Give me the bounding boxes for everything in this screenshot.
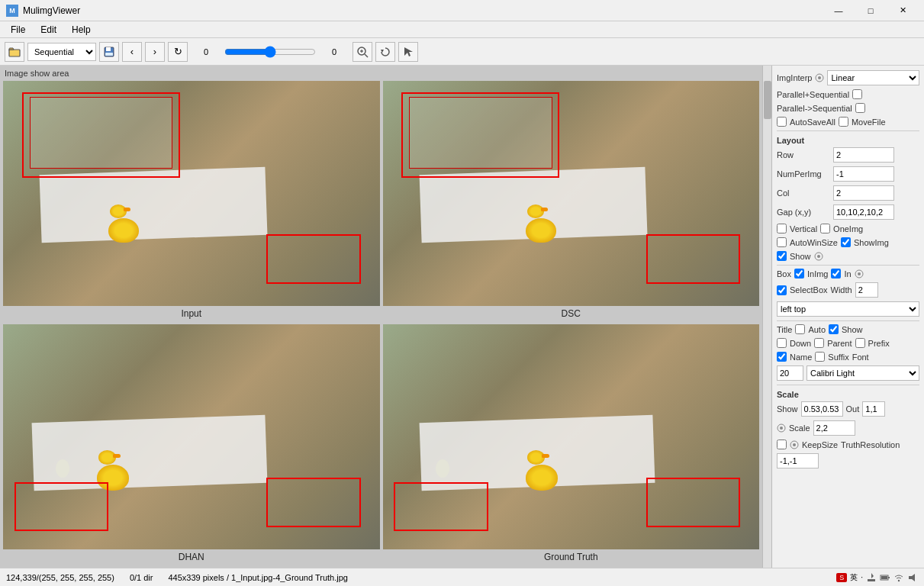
col-input[interactable] (833, 185, 894, 201)
status-coords: 124,339/(255, 255, 255, 255) (6, 573, 114, 582)
show-img-checkbox[interactable] (841, 237, 851, 247)
svg-rect-23 (881, 576, 887, 579)
menu-file[interactable]: File (3, 23, 33, 37)
minimize-button[interactable]: — (823, 3, 854, 18)
select-box-row: SelectBox Width (777, 282, 919, 298)
prefix-checkbox[interactable] (855, 338, 865, 348)
reset-button[interactable] (375, 42, 395, 62)
open-folder-button[interactable] (5, 42, 24, 62)
name-checkbox[interactable] (777, 352, 787, 362)
svg-point-15 (858, 272, 861, 275)
name-label: Name (790, 353, 812, 362)
auto-save-all-label: AutoSaveAll (790, 118, 835, 127)
suffix-checkbox[interactable] (815, 352, 825, 362)
font-name-select[interactable]: Calibri Light (806, 365, 919, 381)
slider-right-value: 0 (319, 47, 349, 56)
image-cell-dhan: DHAN (3, 324, 380, 565)
image-canvas-dsc[interactable] (383, 81, 760, 306)
refresh-button[interactable]: ↻ (168, 42, 188, 62)
svg-point-25 (898, 579, 900, 581)
img-interp-label: ImgInterp (777, 73, 812, 82)
cursor-button[interactable] (398, 42, 418, 62)
next-button[interactable]: › (145, 42, 165, 62)
slider-left-value: 0 (191, 47, 221, 56)
menu-help[interactable]: Help (64, 23, 98, 37)
font-size-input[interactable] (777, 365, 803, 381)
num-per-img-label: NumPerImg (777, 169, 830, 179)
svg-rect-20 (868, 579, 875, 581)
in-checkbox[interactable] (831, 269, 841, 279)
scale-value-input[interactable] (813, 420, 855, 436)
parallel-to-sequential-checkbox[interactable] (855, 103, 865, 113)
auto-save-all-checkbox[interactable] (777, 117, 787, 127)
keep-size-checkbox[interactable] (777, 440, 787, 449)
in-img-checkbox[interactable] (794, 269, 804, 279)
menu-edit[interactable]: Edit (33, 23, 64, 37)
num-per-img-row: NumPerImg (777, 166, 919, 182)
neg-value-input[interactable] (777, 453, 819, 468)
show-row: Show (777, 251, 919, 261)
move-file-checkbox[interactable] (839, 117, 848, 127)
keep-size-icon (790, 440, 799, 449)
row-input[interactable] (833, 147, 894, 163)
image-vscrollbar[interactable] (762, 66, 771, 568)
down-row: Down Parent Prefix (777, 338, 919, 348)
box-row: Box InImg In (777, 269, 919, 279)
down-checkbox[interactable] (777, 338, 787, 348)
scale-show-label: Show (777, 404, 798, 414)
tray-wifi-icon (893, 572, 904, 583)
select-box-checkbox[interactable] (777, 285, 787, 295)
show-checkbox[interactable] (777, 251, 787, 261)
show-label: Show (790, 252, 811, 261)
num-per-img-input[interactable] (833, 166, 894, 182)
image-canvas-input[interactable] (3, 81, 380, 306)
row-row: Row (777, 147, 919, 163)
scale-out-input[interactable] (862, 401, 885, 417)
title-row: Title Auto Show (777, 324, 919, 334)
vertical-checkbox[interactable] (777, 224, 787, 233)
img-interp-select[interactable]: Linear (827, 70, 919, 85)
width-input[interactable] (855, 282, 878, 298)
image-vscrollbar-thumb[interactable] (764, 81, 771, 119)
parallel-to-sequential-row: Parallel->Sequential (777, 103, 919, 113)
svg-rect-24 (888, 577, 890, 578)
in-icon (855, 269, 864, 279)
parent-checkbox[interactable] (814, 338, 824, 348)
scale-value-row: Scale (777, 420, 919, 436)
scale-section-label: Scale (777, 390, 919, 399)
zoom-button[interactable] (353, 42, 372, 62)
sequential-select[interactable]: Sequential (27, 43, 96, 61)
title-show-checkbox[interactable] (829, 324, 839, 334)
image-label-input: Input (3, 306, 380, 321)
svg-marker-9 (404, 47, 413, 56)
show-img-label: ShowImg (854, 238, 889, 247)
right-panel: ImgInterp Linear Parallel+Sequential Par… (771, 66, 924, 568)
suffix-label: Suffix (828, 353, 848, 362)
parallel-sequential-row: Parallel+Sequential (777, 89, 919, 99)
image-cell-input: Input (3, 81, 380, 321)
gap-input[interactable] (833, 204, 894, 220)
tray-icon-s: S (836, 573, 847, 582)
one-img-checkbox[interactable] (820, 224, 830, 233)
prev-button[interactable]: ‹ (122, 42, 142, 62)
close-button[interactable]: ✕ (887, 3, 918, 18)
image-canvas-dhan[interactable] (3, 324, 380, 549)
image-label-ground-truth: Ground Truth (383, 549, 760, 565)
image-area: Image show area (0, 66, 762, 568)
image-cell-ground-truth: Ground Truth (383, 324, 760, 565)
auto-checkbox[interactable] (795, 324, 805, 334)
maximize-button[interactable]: □ (855, 3, 886, 18)
titlebar: M MulimgViewer — □ ✕ (0, 0, 924, 21)
parent-label: Parent (827, 339, 852, 348)
in-img-label: InImg (807, 269, 829, 279)
auto-win-size-checkbox[interactable] (777, 237, 787, 247)
scale-show-row: Show Out (777, 401, 919, 417)
scale-show-input[interactable] (801, 401, 843, 417)
parallel-sequential-checkbox[interactable] (852, 89, 862, 99)
image-canvas-ground-truth[interactable] (383, 324, 760, 549)
position-select[interactable]: left top (777, 301, 919, 317)
parallel-to-sequential-label: Parallel->Sequential (777, 104, 852, 113)
save-button[interactable] (99, 42, 119, 62)
keep-size-label: KeepSize (802, 440, 838, 449)
zoom-slider[interactable] (224, 46, 316, 58)
